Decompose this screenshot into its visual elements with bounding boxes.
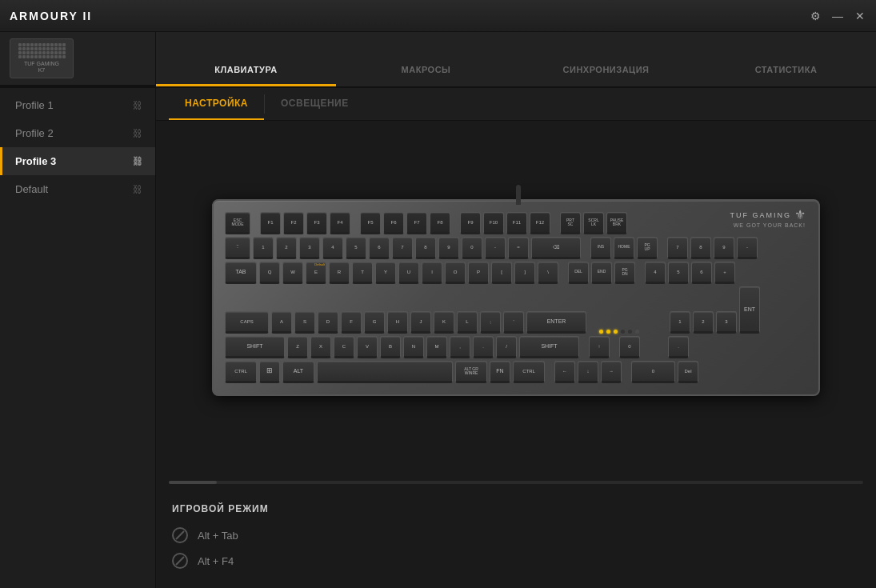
key-p[interactable]: P [468, 262, 489, 284]
key-numdot[interactable]: . [668, 336, 689, 358]
key-fn[interactable]: FN [490, 361, 510, 383]
close-button[interactable]: ✕ [854, 10, 866, 22]
key-arrowright[interactable]: → [601, 361, 622, 383]
key-g[interactable]: G [364, 311, 385, 334]
key-a[interactable]: A [271, 311, 292, 334]
scroll-thumb[interactable] [169, 481, 217, 484]
key-num4[interactable]: 4 [645, 262, 666, 284]
key-v[interactable]: V [357, 336, 378, 358]
key-pgup[interactable]: PGUP [637, 237, 658, 259]
key-f6[interactable]: F6 [383, 212, 404, 234]
key-lshift[interactable]: SHIFT [225, 336, 285, 358]
key-f[interactable]: F [341, 311, 362, 334]
tab-stats[interactable]: СТАТИСТИКА [696, 55, 876, 86]
key-x[interactable]: X [310, 336, 331, 358]
sidebar-item-profile3[interactable]: Profile 3 ⛓ [0, 147, 155, 175]
key-bracket-close[interactable]: ] [514, 262, 535, 284]
key-f4[interactable]: F4 [330, 212, 350, 234]
key-d[interactable]: D [318, 311, 338, 334]
key-z[interactable]: Z [287, 336, 308, 358]
key-home[interactable]: HOME [614, 237, 634, 259]
key-lctrl[interactable]: CTRL [225, 361, 257, 383]
key-m[interactable]: M [426, 336, 447, 358]
key-5[interactable]: 5 [346, 237, 366, 259]
key-pgdn[interactable]: PGDN [614, 262, 635, 284]
key-num8[interactable]: 8 [690, 237, 711, 259]
key-arrowdown[interactable]: ↓ [578, 361, 598, 383]
key-equals[interactable]: = [508, 237, 529, 259]
key-4[interactable]: 4 [322, 237, 343, 259]
key-3[interactable]: 3 [299, 237, 320, 259]
key-numplus[interactable]: + [714, 262, 735, 284]
key-quote[interactable]: ' [503, 311, 524, 334]
key-num2[interactable]: 2 [693, 311, 714, 334]
key-backspace[interactable]: ⌫ [531, 237, 581, 259]
key-caps[interactable]: CAPS [225, 311, 269, 334]
game-mode-item-alttab[interactable]: Alt + Tab [172, 527, 860, 543]
scroll-track[interactable] [169, 481, 863, 484]
key-t[interactable]: T [352, 262, 373, 284]
key-6[interactable]: 6 [369, 237, 390, 259]
key-numminus[interactable]: - [737, 237, 758, 259]
key-q[interactable]: Q [259, 262, 280, 284]
key-b[interactable]: B [380, 336, 401, 358]
key-pause[interactable]: PAUSEBRK [606, 212, 627, 234]
sidebar-item-default[interactable]: Default ⛓ [0, 175, 155, 203]
key-rctrl[interactable]: CTRL [513, 361, 545, 383]
key-o[interactable]: O [445, 262, 466, 284]
key-lalt[interactable]: ALT [282, 361, 314, 383]
key-enter[interactable]: ENTER [526, 311, 586, 334]
key-num3[interactable]: 3 [716, 311, 737, 334]
key-8[interactable]: 8 [415, 237, 436, 259]
key-numdel[interactable]: Del [678, 361, 698, 383]
key-f7[interactable]: F7 [406, 212, 427, 234]
key-y[interactable]: Y [375, 262, 396, 284]
key-num9[interactable]: 9 [714, 237, 734, 259]
key-e[interactable]: E Default [306, 262, 326, 284]
key-f11[interactable]: F11 [506, 212, 527, 234]
key-f2[interactable]: F2 [283, 212, 304, 234]
key-tab[interactable]: TAB [225, 262, 257, 284]
key-ralt[interactable]: ALT GRWINRE [455, 361, 487, 383]
key-backslash[interactable]: \ [538, 262, 558, 284]
key-f10[interactable]: F10 [483, 212, 504, 234]
key-numenter[interactable]: ENT [739, 286, 760, 334]
key-esc[interactable]: ESCMODE [225, 212, 250, 234]
settings-icon[interactable]: ⚙ [809, 10, 822, 22]
key-arrowup[interactable]: ↑ [589, 336, 610, 358]
key-comma[interactable]: , [450, 336, 470, 358]
key-slash[interactable]: / [496, 336, 517, 358]
key-k[interactable]: K [434, 311, 454, 334]
sidebar-item-profile1[interactable]: Profile 1 ⛓ [0, 91, 155, 119]
tab-keyboard[interactable]: КЛАВИАТУРА [156, 55, 336, 86]
key-arrowleft[interactable]: ← [554, 361, 575, 383]
key-0[interactable]: 0 [462, 237, 482, 259]
key-period[interactable]: . [473, 336, 494, 358]
game-mode-item-altf4[interactable]: Alt + F4 [172, 553, 860, 569]
key-u[interactable]: U [398, 262, 419, 284]
tab-sync[interactable]: СИНХРОНИЗАЦИЯ [516, 55, 696, 86]
key-num0[interactable]: 0 [619, 336, 640, 358]
key-w[interactable]: W [282, 262, 303, 284]
key-f3[interactable]: F3 [306, 212, 327, 234]
key-insert[interactable]: INS [590, 237, 611, 259]
sub-tab-lighting[interactable]: ОСВЕЩЕНИЕ [265, 88, 365, 120]
key-num1[interactable]: 1 [670, 311, 690, 334]
key-space[interactable] [317, 361, 453, 383]
key-lwin[interactable]: ⊞ [259, 361, 280, 383]
key-f8[interactable]: F8 [430, 212, 450, 234]
minimize-button[interactable]: — [831, 10, 844, 22]
key-f12[interactable]: F12 [530, 212, 550, 234]
sub-tab-settings[interactable]: НАСТРОЙКА [169, 88, 264, 120]
key-c[interactable]: C [334, 336, 354, 358]
key-num00[interactable]: 0 [631, 361, 675, 383]
key-s[interactable]: S [294, 311, 315, 334]
key-h[interactable]: H [387, 311, 408, 334]
tab-macros[interactable]: МАКРОСЫ [336, 55, 516, 86]
key-r[interactable]: R [329, 262, 350, 284]
key-f5[interactable]: F5 [360, 212, 381, 234]
key-2[interactable]: 2 [276, 237, 297, 259]
key-f1[interactable]: F1 [260, 212, 281, 234]
key-7[interactable]: 7 [392, 237, 413, 259]
key-f9[interactable]: F9 [460, 212, 481, 234]
